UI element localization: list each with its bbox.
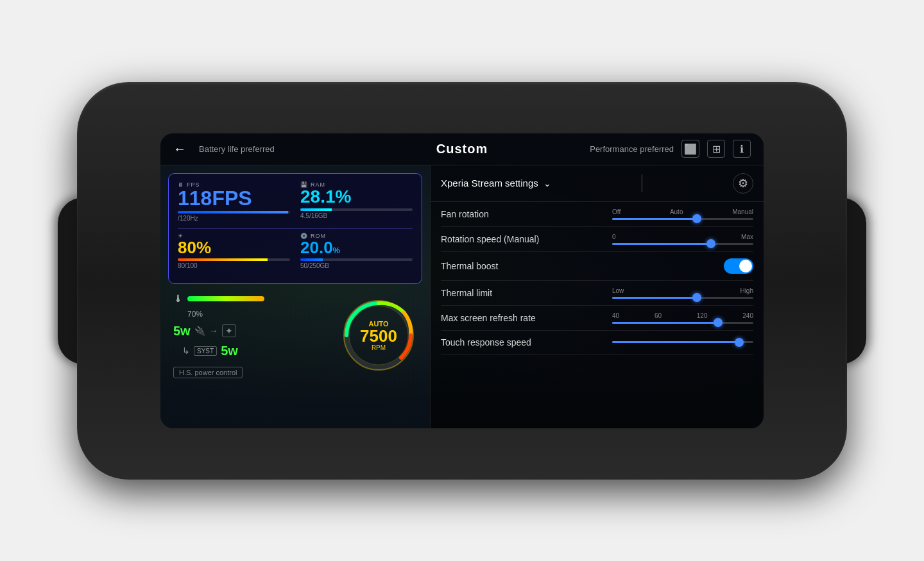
thermal-boost-row: Thermal boost [441, 252, 753, 281]
fan-rotation-labels: Off Auto Manual [612, 208, 753, 215]
ram-subtext: 4.5/16GB [300, 212, 413, 219]
fan-box-icon: ✦ [222, 324, 236, 337]
rotation-max-label: Max [741, 233, 753, 240]
battery-mode-label: Battery life preferred [199, 144, 275, 154]
max-refresh-rate-labels: 40 60 120 240 [612, 312, 753, 319]
rotation-speed-slider[interactable]: 0 Max [612, 233, 753, 245]
max-refresh-rate-fill [612, 322, 718, 324]
bottom-section: 🌡 70% 5w 🔌 → ✦ [168, 290, 422, 380]
fan-rotation-control[interactable]: Off Auto Manual [543, 208, 753, 220]
max-refresh-rate-slider[interactable]: 40 60 120 240 [612, 312, 753, 324]
screen-icon-button[interactable]: ⬜ [681, 140, 699, 158]
stats-panel: 🖥 FPS 118FPS /120Hz [168, 173, 422, 284]
power-output-value: 5w [221, 344, 238, 358]
max-refresh-rate-control[interactable]: 40 60 120 240 [543, 312, 753, 324]
fps-stat: 🖥 FPS 118FPS /120Hz [178, 181, 290, 222]
rom-bar-fill [300, 258, 323, 261]
touch-response-track[interactable] [612, 341, 753, 343]
header-bar: ← Battery life preferred Custom Performa… [160, 133, 764, 165]
brightness-progress-bar [178, 258, 290, 261]
fan-rotation-label: Fan rotation [441, 209, 543, 219]
brightness-subtext: 80/100 [178, 262, 290, 269]
arrow-right-icon: → [209, 326, 218, 336]
thermal-limit-fill [612, 297, 697, 299]
hs-label-container: H.S. power control [173, 366, 332, 378]
touch-response-fill [612, 341, 739, 343]
max-refresh-rate-row: Max screen refresh rate 40 60 120 240 [441, 306, 753, 331]
fan-auto-label: Auto [670, 208, 683, 215]
fan-rotation-fill [612, 218, 697, 220]
thermal-boost-toggle-thumb [739, 260, 752, 272]
rpm-display: AUTO 7500 RPM [360, 319, 397, 351]
thermal-low-label: Low [612, 287, 624, 294]
thermal-boost-toggle[interactable] [724, 258, 753, 274]
thermal-high-label: High [740, 287, 753, 294]
thermal-limit-label: Thermal limit [441, 288, 543, 298]
brightness-value: 80% [178, 239, 290, 256]
performance-mode-label: Performance preferred [590, 144, 674, 154]
back-button[interactable]: ← [173, 142, 186, 156]
rotation-speed-labels: 0 Max [612, 233, 753, 240]
arrow-down-right-icon: ↳ [182, 346, 190, 356]
thermal-boost-control[interactable] [543, 258, 753, 274]
touch-response-label: Touch response speed [441, 337, 543, 347]
grid-icon-button[interactable]: ⊞ [707, 140, 725, 158]
page-title: Custom [436, 142, 488, 156]
settings-header-divider [642, 174, 642, 192]
touch-response-row: Touch response speed [441, 331, 753, 355]
header-left: ← Battery life preferred [173, 142, 366, 156]
max-refresh-rate-thumb[interactable] [714, 318, 723, 327]
fps-subtext: /120Hz [178, 215, 290, 222]
hs-power-label: H.S. power control [173, 367, 243, 378]
fan-manual-label: Manual [732, 208, 753, 215]
thermal-limit-track[interactable] [612, 297, 753, 299]
stats-divider [178, 228, 413, 229]
thermal-limit-slider[interactable]: Low High [612, 287, 753, 299]
max-refresh-rate-track[interactable] [612, 322, 753, 324]
fps-value: 118FPS [178, 188, 290, 208]
rotation-speed-track[interactable] [612, 243, 753, 245]
thermal-limit-labels: Low High [612, 287, 753, 294]
power-flow-row2: ↳ SYST 5w [182, 344, 332, 358]
rotation-speed-control[interactable]: 0 Max [543, 233, 753, 245]
thermal-limit-row: Thermal limit Low High [441, 281, 753, 306]
syst-badge: SYST [194, 346, 217, 356]
touch-response-slider[interactable] [612, 341, 753, 343]
ram-bar-fill [300, 208, 332, 211]
header-right: Performance preferred ⬜ ⊞ ℹ [558, 140, 751, 158]
temp-row: 🌡 [173, 293, 332, 305]
thermal-limit-thumb[interactable] [692, 293, 701, 302]
rpm-gauge: AUTO 7500 RPM [340, 297, 417, 374]
power-temp-area: 🌡 70% 5w 🔌 → ✦ [173, 293, 332, 378]
right-panel: Xperia Stream settings ⌄ ⚙ Fan rotation [430, 165, 764, 428]
thermal-boost-label: Thermal boost [441, 261, 543, 271]
refresh-60-label: 60 [654, 312, 662, 319]
thermal-limit-control[interactable]: Low High [543, 287, 753, 299]
gear-icon-button[interactable]: ⚙ [733, 173, 753, 194]
chevron-down-icon[interactable]: ⌄ [543, 178, 551, 188]
stats-row-bottom: ☀ 80% 80/100 [178, 233, 413, 269]
stats-row-top: 🖥 FPS 118FPS /120Hz [178, 181, 413, 222]
rom-value: 20.0% [300, 239, 413, 256]
power-input-value: 5w [173, 324, 191, 339]
thermometer-icon: 🌡 [173, 293, 184, 305]
max-refresh-rate-label: Max screen refresh rate [441, 313, 543, 323]
info-icon-button[interactable]: ℹ [733, 140, 751, 158]
rom-subtext: 50/250GB [300, 262, 413, 269]
settings-header: Xperia Stream settings ⌄ ⚙ [431, 165, 764, 202]
brightness-bar-fill [178, 258, 268, 261]
fps-progress-bar [178, 211, 290, 214]
settings-title-row[interactable]: Xperia Stream settings ⌄ [441, 178, 551, 188]
rotation-speed-thumb[interactable] [706, 239, 715, 248]
rotation-speed-label: Rotation speed (Manual) [441, 234, 543, 244]
refresh-120-label: 120 [697, 312, 708, 319]
touch-response-thumb[interactable] [735, 338, 744, 347]
fan-rotation-track[interactable] [612, 218, 753, 220]
rom-stat: 💿 ROM 20.0% 50/250GB [300, 233, 413, 269]
ram-value: 28.1% [300, 188, 413, 206]
settings-title: Xperia Stream settings [441, 178, 538, 188]
fan-rotation-slider[interactable]: Off Auto Manual [612, 208, 753, 220]
fan-rotation-thumb[interactable] [692, 214, 701, 223]
touch-response-control[interactable] [543, 341, 753, 343]
rotation-speed-fill [612, 243, 711, 245]
